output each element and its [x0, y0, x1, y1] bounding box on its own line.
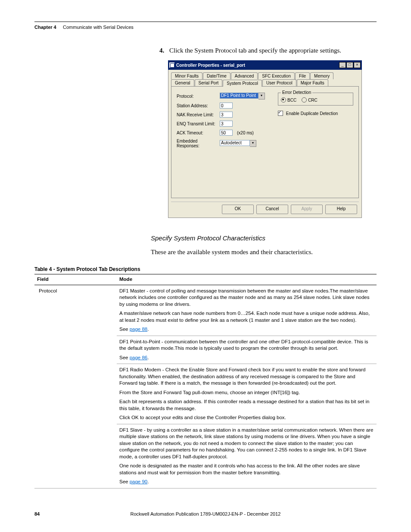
protocol-label: Protocol:	[177, 94, 220, 99]
dialog-titlebar: Controller Properties - serial_port _ □ …	[168, 60, 362, 70]
running-head: Chapter 4 Communicate with Serial Device…	[34, 25, 377, 30]
step-text: Click the System Protocol tab and specif…	[169, 47, 341, 54]
mode-cell: DF1 Slave - by using a controller as a s…	[117, 424, 377, 488]
dialog-buttons: OK Cancel Apply Help	[171, 202, 359, 215]
ok-button[interactable]: OK	[222, 205, 254, 214]
help-button[interactable]: Help	[325, 205, 357, 214]
mode-paragraph: DF1 Radio Modem - Check the Enable Store…	[119, 367, 374, 387]
col-field: Field	[34, 274, 117, 285]
tab-memory[interactable]: Memory	[310, 72, 333, 79]
header-rule	[34, 22, 377, 22]
dialog-tabs: Minor Faults Date/Time Advanced SFC Exec…	[171, 72, 359, 198]
table-caption: Table 4 - System Protocol Tab Descriptio…	[34, 266, 377, 272]
mode-paragraph: One node is designated as the master and…	[119, 463, 374, 476]
error-detection-legend: Error Detection	[281, 90, 312, 95]
see-link-line: See page 88.	[119, 326, 374, 333]
tab-sfc-execution[interactable]: SFC Execution	[258, 72, 295, 79]
step-number: 4.	[159, 47, 164, 54]
nak-label: NAK Receive Limit:	[177, 112, 220, 117]
mode-cell: DF1 Radio Modem - Check the Enable Store…	[117, 364, 377, 424]
station-label: Station Address:	[177, 103, 220, 108]
tab-date-time[interactable]: Date/Time	[203, 72, 230, 79]
chapter-label: Chapter 4	[34, 25, 56, 30]
page-footer: 84 Rockwell Automation Publication 1789-…	[34, 511, 377, 516]
tab-panel: Protocol: DF1 Point to Point ▾ Station A…	[171, 86, 359, 198]
controller-properties-dialog: Controller Properties - serial_port _ □ …	[168, 60, 362, 218]
embedded-value: Autodetect	[220, 140, 250, 146]
radio-icon	[281, 97, 286, 103]
error-detection-group: Error Detection BCC CRC	[278, 93, 353, 106]
page-link[interactable]: page 86	[130, 355, 148, 360]
tab-advanced[interactable]: Advanced	[231, 72, 258, 79]
mode-paragraph: DF1 Master - control of polling and mess…	[119, 288, 374, 308]
mode-paragraph: DF1 Slave - by using a controller as a s…	[119, 427, 374, 460]
embedded-label: Embedded Responses:	[177, 139, 220, 148]
see-link-line: See page 86.	[119, 355, 374, 361]
enq-input[interactable]	[220, 121, 233, 127]
col-mode: Mode	[117, 274, 377, 285]
close-button[interactable]: ×	[354, 62, 361, 68]
mode-paragraph: Each bit represents a station address. I…	[119, 398, 374, 412]
radio-bcc[interactable]: BCC	[281, 96, 296, 103]
chevron-down-icon: ▾	[258, 93, 265, 100]
tab-file[interactable]: File	[295, 72, 310, 79]
mode-paragraph: Click OK to accept your edits and close …	[119, 414, 374, 421]
tab-system-protocol[interactable]: System Protocol	[223, 80, 262, 87]
chapter-title: Communicate with Serial Devices	[63, 25, 134, 30]
embedded-select[interactable]: Autodetect ▾	[220, 140, 256, 147]
checkbox-icon	[278, 111, 283, 116]
minimize-button[interactable]: _	[339, 62, 346, 68]
dialog-title: Controller Properties - serial_port	[176, 63, 245, 68]
cancel-button[interactable]: Cancel	[256, 205, 288, 214]
page-link[interactable]: page 88	[130, 327, 148, 332]
field-cell: Protocol	[34, 285, 117, 488]
tab-major-faults[interactable]: Major Faults	[297, 79, 328, 86]
duplicate-detection-checkbox[interactable]: Enable Duplicate Detection	[278, 110, 353, 116]
tab-general[interactable]: General	[171, 79, 194, 86]
step-line: 4. Click the System Protocol tab and spe…	[159, 47, 377, 54]
protocol-select[interactable]: DF1 Point to Point ▾	[220, 93, 265, 100]
publication-info: Rockwell Automation Publication 1789-UM0…	[34, 511, 377, 516]
maximize-button[interactable]: □	[346, 62, 353, 68]
mode-paragraph: DF1 Point-to-Point - communication betwe…	[119, 339, 374, 352]
mode-cell: DF1 Point-to-Point - communication betwe…	[117, 336, 377, 364]
ack-unit: (x20 ms)	[237, 131, 254, 135]
duplicate-detection-label: Enable Duplicate Detection	[286, 111, 338, 116]
tab-minor-faults[interactable]: Minor Faults	[171, 72, 202, 79]
mode-paragraph: From the Store and Forward Tag pull-down…	[119, 389, 374, 396]
nak-input[interactable]	[220, 112, 233, 118]
ack-input[interactable]	[220, 130, 233, 136]
apply-button[interactable]: Apply	[291, 205, 323, 214]
see-link-line: See page 90.	[119, 479, 374, 485]
tab-user-protocol[interactable]: User Protocol	[262, 79, 296, 86]
mode-paragraph: A master/slave network can have node num…	[119, 310, 374, 324]
chevron-down-icon: ▾	[250, 140, 256, 147]
table-row: ProtocolDF1 Master - control of polling …	[34, 285, 377, 336]
section-subhead: Specify System Protocol Characteristics	[151, 234, 377, 242]
radio-crc[interactable]: CRC	[302, 96, 318, 103]
section-intro: These are the available system modes and…	[151, 249, 377, 256]
station-input[interactable]	[220, 103, 233, 109]
tab-serial-port[interactable]: Serial Port	[195, 79, 223, 86]
mode-cell: DF1 Master - control of polling and mess…	[117, 285, 377, 336]
ack-label: ACK Timeout:	[177, 131, 220, 135]
protocol-table: Field Mode ProtocolDF1 Master - control …	[34, 274, 377, 488]
enq-label: ENQ Transmit Limit:	[177, 121, 220, 126]
radio-icon	[302, 97, 307, 103]
protocol-value: DF1 Point to Point	[220, 93, 258, 99]
page-link[interactable]: page 90	[130, 479, 148, 484]
app-icon	[169, 62, 174, 68]
